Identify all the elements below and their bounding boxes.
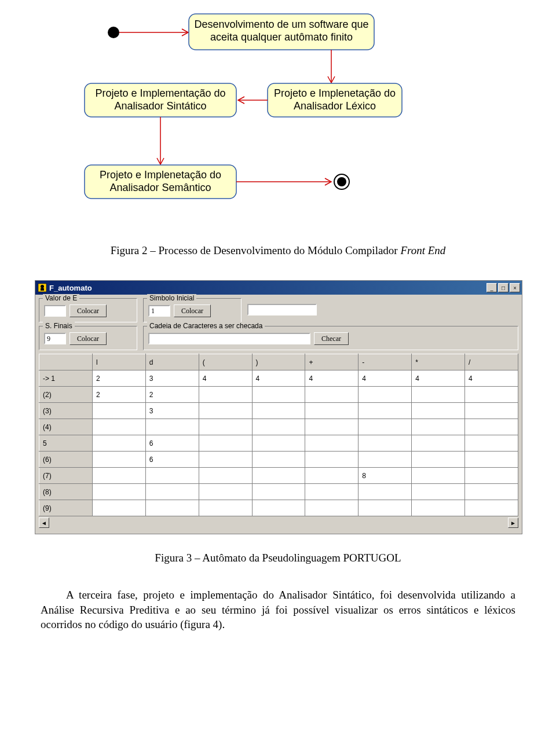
table-cell[interactable] <box>305 452 359 468</box>
sfinais-input[interactable] <box>44 333 66 344</box>
table-cell[interactable] <box>145 419 199 435</box>
table-cell[interactable] <box>199 484 252 500</box>
group-simbolo-inicial: Simbolo Inicial Colocar <box>143 298 242 322</box>
table-cell[interactable]: 4 <box>412 370 465 387</box>
table-cell[interactable] <box>359 387 412 403</box>
table-cell[interactable] <box>252 387 305 403</box>
group-valor-e: Valor de E Colocar <box>39 298 137 322</box>
table-cell[interactable] <box>145 468 199 484</box>
cadeia-checar-button[interactable]: Checar <box>314 332 349 345</box>
table-cell[interactable]: 8 <box>359 468 412 484</box>
table-row-header: (6) <box>39 452 93 468</box>
scroll-right-arrow[interactable]: ► <box>508 518 518 528</box>
table-cell[interactable] <box>145 500 199 516</box>
table-cell[interactable] <box>199 403 252 419</box>
table-cell[interactable] <box>92 403 145 419</box>
table-cell[interactable] <box>412 403 465 419</box>
table-cell[interactable]: 6 <box>145 435 199 452</box>
table-cell[interactable] <box>199 387 252 403</box>
table-cell[interactable]: 4 <box>305 370 359 387</box>
table-cell[interactable] <box>305 403 359 419</box>
simbolo-colocar-button[interactable]: Colocar <box>174 304 211 317</box>
table-cell[interactable] <box>252 419 305 435</box>
table-cell[interactable]: 2 <box>145 387 199 403</box>
table-cell[interactable] <box>92 484 145 500</box>
table-cell[interactable]: 2 <box>92 370 145 387</box>
window-maximize-button[interactable]: □ <box>498 283 509 292</box>
table-cell[interactable] <box>412 387 465 403</box>
table-cell[interactable]: 6 <box>145 452 199 468</box>
cadeia-input[interactable] <box>148 333 310 344</box>
table-cell[interactable] <box>305 387 359 403</box>
table-cell[interactable] <box>465 500 518 516</box>
table-cell[interactable] <box>252 484 305 500</box>
table-cell[interactable] <box>359 484 412 500</box>
table-cell[interactable] <box>252 452 305 468</box>
table-cell[interactable] <box>305 435 359 452</box>
table-cell[interactable] <box>412 500 465 516</box>
table-column-header: ) <box>252 354 305 370</box>
figure2-caption-italic: Front End <box>400 244 445 256</box>
table-cell[interactable] <box>359 452 412 468</box>
table-cell[interactable] <box>465 484 518 500</box>
table-cell[interactable]: 4 <box>199 370 252 387</box>
table-cell[interactable] <box>92 468 145 484</box>
table-cell[interactable] <box>92 435 145 452</box>
horizontal-scrollbar[interactable]: ◄ ► <box>39 518 518 528</box>
table-cell[interactable] <box>465 403 518 419</box>
table-cell[interactable] <box>252 435 305 452</box>
table-cell[interactable]: 2 <box>92 387 145 403</box>
group-cadeia-legend: Cadeia de Caracteres a ser checada <box>147 322 265 330</box>
table-cell[interactable] <box>305 500 359 516</box>
table-cell[interactable] <box>359 403 412 419</box>
valor-e-input[interactable] <box>44 305 66 317</box>
table-cell[interactable] <box>412 468 465 484</box>
table-cell[interactable]: 4 <box>359 370 412 387</box>
table-cell[interactable]: 4 <box>252 370 305 387</box>
simbolo-input[interactable] <box>148 305 170 317</box>
group-sfinais-legend: S. Finais <box>43 322 75 330</box>
table-cell[interactable]: 3 <box>145 370 199 387</box>
table-cell[interactable] <box>305 419 359 435</box>
table-row: (4) <box>39 419 518 435</box>
valor-e-colocar-button[interactable]: Colocar <box>70 304 107 317</box>
table-column-header: + <box>305 354 359 370</box>
table-cell[interactable] <box>465 435 518 452</box>
table-cell[interactable] <box>199 419 252 435</box>
window-title: F_automato <box>49 284 92 292</box>
table-cell[interactable] <box>465 387 518 403</box>
sfinais-colocar-button[interactable]: Colocar <box>70 332 107 345</box>
table-cell[interactable] <box>199 435 252 452</box>
table-cell[interactable] <box>92 419 145 435</box>
group-simbolo-legend: Simbolo Inicial <box>147 294 196 302</box>
uml-box2-line1: Projeto e Implementação do <box>95 87 225 99</box>
table-cell[interactable] <box>412 419 465 435</box>
table-cell[interactable] <box>305 468 359 484</box>
table-cell[interactable] <box>199 452 252 468</box>
table-cell[interactable]: 4 <box>465 370 518 387</box>
window-minimize-button[interactable]: _ <box>487 283 497 292</box>
table-cell[interactable] <box>199 468 252 484</box>
table-cell[interactable]: 3 <box>145 403 199 419</box>
table-cell[interactable] <box>412 484 465 500</box>
table-cell[interactable] <box>252 403 305 419</box>
table-cell[interactable] <box>465 419 518 435</box>
table-cell[interactable] <box>412 452 465 468</box>
window-close-button[interactable]: × <box>510 283 520 292</box>
table-cell[interactable] <box>252 468 305 484</box>
table-cell[interactable] <box>305 484 359 500</box>
table-cell[interactable] <box>359 500 412 516</box>
table-cell[interactable] <box>412 435 465 452</box>
table-cell[interactable] <box>252 500 305 516</box>
group-s-finais: S. Finais Colocar <box>39 326 137 350</box>
table-cell[interactable] <box>359 435 412 452</box>
extra-input[interactable] <box>247 304 317 315</box>
table-cell[interactable] <box>465 468 518 484</box>
table-cell[interactable] <box>359 419 412 435</box>
table-cell[interactable] <box>145 484 199 500</box>
table-cell[interactable] <box>465 452 518 468</box>
scroll-left-arrow[interactable]: ◄ <box>39 518 49 528</box>
table-cell[interactable] <box>92 452 145 468</box>
table-cell[interactable] <box>92 500 145 516</box>
table-cell[interactable] <box>199 500 252 516</box>
